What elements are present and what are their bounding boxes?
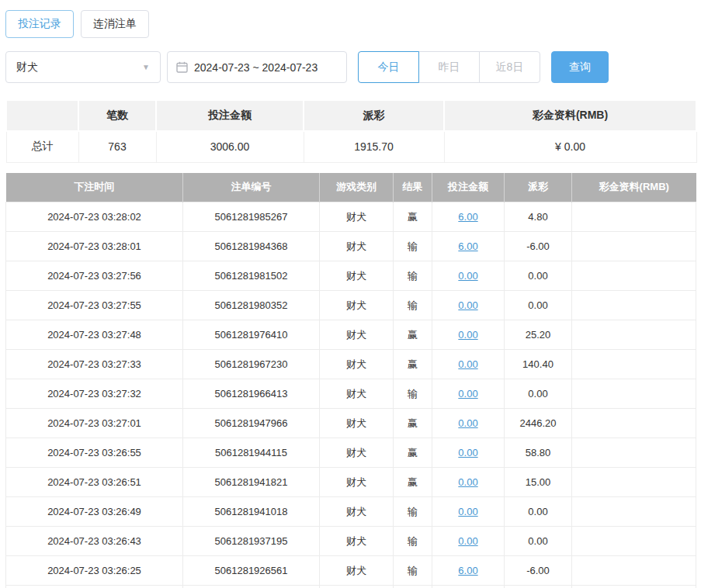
payout-cell: 140.40 <box>505 350 572 379</box>
bet-amount-link[interactable]: 0.00 <box>458 358 477 370</box>
today-button[interactable]: 今日 <box>358 51 419 83</box>
bet-table-header-row: 下注时间 注单编号 游戏类别 结果 投注金额 派彩 彩金资料(RMB) <box>6 173 696 202</box>
bet-amount-link[interactable]: 0.00 <box>458 506 477 517</box>
result-cell: 输 <box>394 527 432 556</box>
result-cell: 赢 <box>394 350 432 379</box>
game-type-cell: 财犬 <box>320 438 394 468</box>
summary-header-bonus: 彩金资料(RMB) <box>444 100 696 131</box>
bet-amount-cell: 6.00 <box>432 556 505 586</box>
quick-date-button-group: 今日 昨日 近8日 <box>358 51 540 83</box>
game-type-cell: 财犬 <box>320 350 394 379</box>
payout-cell: -6.00 <box>505 232 572 261</box>
bet-amount-cell: 0.00 <box>432 468 505 497</box>
table-row: 2024-07-23 03:28:01 5061281984368 财犬 输 6… <box>6 232 696 261</box>
summary-total-bet-amount: 3006.00 <box>156 131 304 162</box>
summary-header-bet-amount: 投注金额 <box>156 100 304 131</box>
summary-table: 笔数 投注金额 派彩 彩金资料(RMB) 总计 763 3006.00 1915… <box>5 99 697 163</box>
payout-cell: 15.00 <box>505 468 572 497</box>
game-type-cell: 财犬 <box>320 586 394 588</box>
chevron-down-icon: ▼ <box>142 63 150 71</box>
bet-amount-link[interactable]: 0.00 <box>458 476 477 488</box>
tab-betting-records[interactable]: 投注记录 <box>5 10 74 38</box>
game-type-cell: 财犬 <box>320 409 394 438</box>
payout-cell: -6.00 <box>505 556 572 586</box>
result-cell: 输 <box>394 556 432 586</box>
bet-time-cell: 2024-07-23 03:27:56 <box>6 261 183 291</box>
bet-amount-link[interactable]: 0.00 <box>458 299 477 311</box>
result-cell: 输 <box>394 291 432 320</box>
table-row: 2024-07-23 03:26:55 5061281944115 财犬 赢 0… <box>6 438 696 468</box>
bonus-cell <box>572 261 696 291</box>
order-number-cell: 5061281981502 <box>183 261 320 291</box>
query-button[interactable]: 查询 <box>551 51 609 83</box>
game-type-cell: 财犬 <box>320 291 394 320</box>
game-type-cell: 财犬 <box>320 556 394 586</box>
result-cell: 输 <box>394 261 432 291</box>
result-cell: 赢 <box>394 468 432 497</box>
bonus-cell <box>572 291 696 320</box>
summary-total-payout: 1915.70 <box>304 131 444 162</box>
yesterday-button[interactable]: 昨日 <box>418 51 480 83</box>
game-type-cell: 财犬 <box>320 320 394 350</box>
table-row: 2024-07-23 03:27:32 5061281966413 财犬 输 0… <box>6 379 696 409</box>
table-row: 2024-07-23 03:27:01 5061281947966 财犬 赢 0… <box>6 409 696 438</box>
bet-amount-cell: 0.00 <box>432 527 505 556</box>
bet-amount-link[interactable]: 0.00 <box>458 388 477 399</box>
bet-amount-link[interactable]: 0.00 <box>458 417 477 429</box>
table-row: 2024-07-23 03:27:55 5061281980352 财犬 输 0… <box>6 291 696 320</box>
payout-cell: 0.00 <box>505 527 572 556</box>
betting-records-page: 投注记录 连消注单 财犬 ▼ 2024-07-23 ~ 2024-07-23 今… <box>0 0 701 588</box>
bet-amount-link[interactable]: 0.00 <box>458 535 477 547</box>
summary-total-label: 总计 <box>6 131 78 162</box>
bet-time-cell: 2024-07-23 03:26:25 <box>6 556 183 586</box>
bet-amount-cell: 0.00 <box>432 320 505 350</box>
header-bet-amount: 投注金额 <box>432 173 505 202</box>
payout-cell: 0.00 <box>505 291 572 320</box>
table-row: 2024-07-23 03:27:56 5061281981502 财犬 输 0… <box>6 261 696 291</box>
table-row: 2024-07-23 03:26:24 5061281925717 财犬 输 6… <box>6 586 696 588</box>
order-number-cell: 5061281944115 <box>183 438 320 468</box>
bet-amount-link[interactable]: 0.00 <box>458 270 477 282</box>
table-row: 2024-07-23 03:26:51 5061281941821 财犬 赢 0… <box>6 468 696 497</box>
game-type-cell: 财犬 <box>320 527 394 556</box>
summary-header-count: 笔数 <box>78 100 156 131</box>
result-cell: 赢 <box>394 202 432 232</box>
bet-amount-link[interactable]: 6.00 <box>458 240 477 252</box>
order-number-cell: 5061281937195 <box>183 527 320 556</box>
bet-time-cell: 2024-07-23 03:26:55 <box>6 438 183 468</box>
table-row: 2024-07-23 03:27:33 5061281967230 财犬 赢 0… <box>6 350 696 379</box>
order-number-cell: 5061281985267 <box>183 202 320 232</box>
bet-amount-link[interactable]: 0.00 <box>458 447 477 458</box>
bonus-cell <box>572 527 696 556</box>
header-game-type: 游戏类别 <box>320 173 394 202</box>
game-select[interactable]: 财犬 ▼ <box>5 51 161 83</box>
bonus-cell <box>572 409 696 438</box>
bonus-cell <box>572 202 696 232</box>
bet-amount-link[interactable]: 6.00 <box>458 211 477 223</box>
last-8-days-button[interactable]: 近8日 <box>479 51 540 83</box>
bet-time-cell: 2024-07-23 03:27:33 <box>6 350 183 379</box>
order-number-cell: 5061281925717 <box>183 586 320 588</box>
result-cell: 赢 <box>394 320 432 350</box>
payout-cell: 4.80 <box>505 202 572 232</box>
date-range-input[interactable]: 2024-07-23 ~ 2024-07-23 <box>167 51 347 83</box>
order-number-cell: 5061281941018 <box>183 497 320 527</box>
bet-time-cell: 2024-07-23 03:27:32 <box>6 379 183 409</box>
tab-cancelled-orders[interactable]: 连消注单 <box>81 10 149 38</box>
result-cell: 输 <box>394 379 432 409</box>
summary-total-row: 总计 763 3006.00 1915.70 ¥ 0.00 <box>6 131 696 162</box>
bet-amount-cell: 0.00 <box>432 379 505 409</box>
table-row: 2024-07-23 03:26:25 5061281926561 财犬 输 6… <box>6 556 696 586</box>
bet-amount-link[interactable]: 6.00 <box>458 565 477 576</box>
game-type-cell: 财犬 <box>320 202 394 232</box>
table-row: 2024-07-23 03:27:48 5061281976410 财犬 赢 0… <box>6 320 696 350</box>
bet-time-cell: 2024-07-23 03:28:02 <box>6 202 183 232</box>
table-row: 2024-07-23 03:26:43 5061281937195 财犬 输 0… <box>6 527 696 556</box>
result-cell: 赢 <box>394 438 432 468</box>
payout-cell: 2446.20 <box>505 409 572 438</box>
bet-amount-link[interactable]: 0.00 <box>458 329 477 341</box>
bonus-cell <box>572 232 696 261</box>
game-type-cell: 财犬 <box>320 261 394 291</box>
header-bonus: 彩金资料(RMB) <box>572 173 696 202</box>
bet-table: 下注时间 注单编号 游戏类别 结果 投注金额 派彩 彩金资料(RMB) 2024… <box>5 173 696 588</box>
